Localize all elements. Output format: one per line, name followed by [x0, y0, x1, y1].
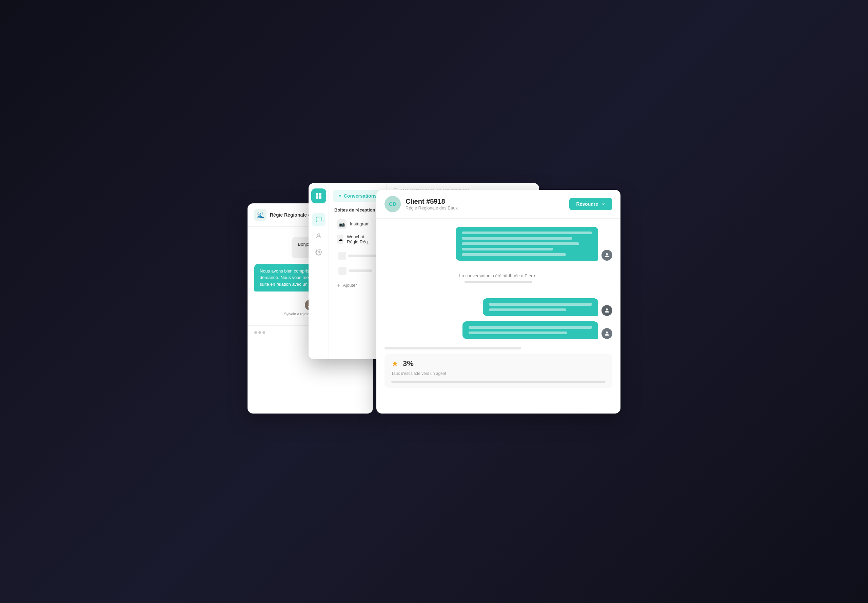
- svg-point-5: [317, 233, 320, 236]
- conversations-sidebar-item[interactable]: Conversations: [333, 190, 382, 202]
- svg-rect-2: [319, 193, 322, 196]
- client-messages-area: La conversation a été attribuée à Pierre…: [376, 219, 620, 347]
- message-row-2: [384, 298, 612, 316]
- typing-dot-1: [254, 331, 257, 334]
- nav-logo: [311, 189, 326, 203]
- agent-avatar-1: [602, 250, 612, 261]
- inbox-item-webchat[interactable]: ☁ Webchat - Régie Rég...: [334, 232, 381, 247]
- svg-rect-1: [316, 193, 319, 196]
- client-avatar: CD: [384, 196, 401, 212]
- scene: 🌊 Régie Régionale des Eaux Bonjour, je s…: [248, 183, 620, 420]
- conversations-label: Conversations: [344, 193, 377, 199]
- svg-point-10: [606, 308, 608, 311]
- webchat-label: Webchat - Régie Rég...: [347, 234, 378, 244]
- client-header: CD Client #5918 Régie Régionale des Eaux…: [376, 190, 620, 219]
- stat-bar: [391, 380, 606, 383]
- company-logo: 🌊: [254, 209, 266, 221]
- typing-dot-3: [262, 331, 265, 334]
- message-row-3: [384, 321, 612, 339]
- message-bubble-1: [456, 227, 598, 261]
- assignment-notice: La conversation a été attribuée à Pierre…: [384, 269, 612, 290]
- assignment-line: [464, 281, 532, 283]
- stat-percent: 3%: [403, 359, 414, 368]
- client-detail-panel: CD Client #5918 Régie Régionale des Eaux…: [376, 190, 620, 414]
- nav-icon-conversations[interactable]: [312, 213, 325, 226]
- agent-avatar-2: [602, 305, 612, 316]
- resolve-button[interactable]: Résoudre: [569, 198, 612, 210]
- svg-point-11: [606, 331, 608, 334]
- message-bubble-2: [483, 298, 598, 316]
- message-bubble-3: [463, 321, 598, 339]
- instagram-icon: 📷: [337, 219, 347, 229]
- client-name: Client #5918: [405, 198, 458, 206]
- client-info: CD Client #5918 Régie Régionale des Eaux: [384, 196, 458, 212]
- agent-avatar-3: [602, 328, 612, 339]
- svg-point-9: [606, 253, 608, 255]
- nav-icon-settings[interactable]: [312, 246, 325, 259]
- message-row-1: [384, 227, 612, 261]
- webchat-icon: ☁: [337, 235, 343, 244]
- instagram-label: Instagram: [350, 221, 370, 226]
- svg-rect-4: [319, 196, 322, 199]
- star-icon: ★: [391, 359, 399, 368]
- nav-sidebar: [309, 183, 329, 359]
- add-label: Ajouter: [343, 283, 357, 288]
- add-inbox-button[interactable]: + Ajouter: [334, 280, 381, 291]
- svg-point-6: [318, 251, 319, 253]
- client-sub: Régie Régionale des Eaux: [405, 206, 458, 210]
- stat-label: Taux d'escalade vers un agent: [391, 371, 606, 376]
- inbox-item-instagram[interactable]: 📷 Instagram: [334, 216, 381, 232]
- inbox-title: Boîtes de réception: [334, 207, 381, 213]
- svg-rect-3: [316, 196, 319, 199]
- assignment-text: La conversation a été attribuée à Pierre…: [388, 273, 608, 278]
- typing-dot-2: [258, 331, 261, 334]
- nav-icon-contacts[interactable]: [312, 229, 325, 243]
- resolve-label: Résoudre: [576, 201, 598, 207]
- client-text-info: Client #5918 Régie Régionale des Eaux: [405, 198, 458, 210]
